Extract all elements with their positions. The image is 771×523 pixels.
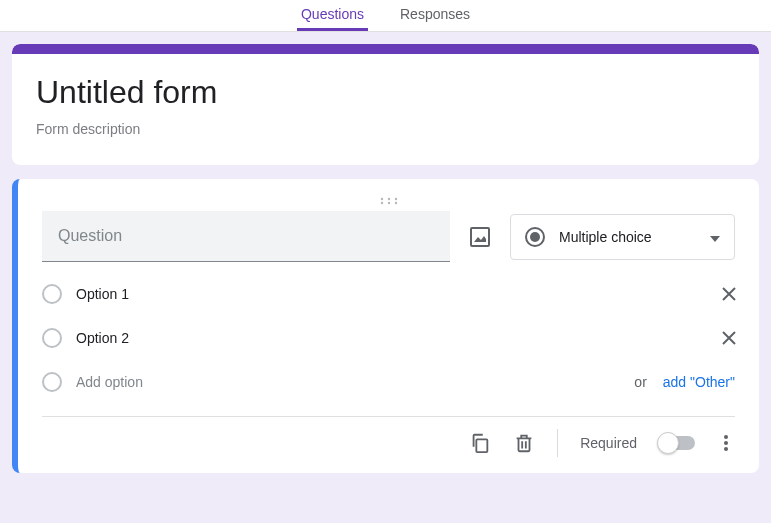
drag-handle[interactable] [42,197,735,205]
option-text[interactable]: Option 1 [76,286,705,302]
tab-responses[interactable]: Responses [396,0,474,31]
tabs-bar: Questions Responses [0,0,771,32]
add-option-text[interactable]: Add option [76,374,618,390]
trash-icon [513,432,535,454]
required-label: Required [580,435,637,451]
svg-point-3 [380,202,382,204]
or-text: or [634,374,646,390]
add-other-link[interactable]: add "Other" [663,374,735,390]
tab-questions[interactable]: Questions [297,0,368,31]
duplicate-button[interactable] [469,432,491,454]
svg-rect-7 [477,439,488,452]
svg-point-4 [387,202,389,204]
form-title[interactable]: Untitled form [36,74,735,111]
remove-option-button[interactable] [719,328,739,348]
remove-option-button[interactable] [719,284,739,304]
option-radio [42,372,62,392]
svg-point-5 [394,202,396,204]
header-accent-bar [12,44,759,54]
option-row: Option 2 [42,328,735,348]
svg-point-2 [394,198,396,200]
more-vert-icon [717,434,735,452]
delete-button[interactable] [513,432,535,454]
add-image-button[interactable] [468,225,492,249]
question-footer: Required [42,423,735,463]
svg-point-10 [724,447,728,451]
question-type-label: Multiple choice [559,229,696,245]
form-header-card: Untitled form Form description [12,44,759,165]
svg-rect-6 [471,228,489,246]
required-toggle[interactable] [659,436,695,450]
chevron-down-icon [710,229,720,245]
question-card: Multiple choice Option 1 Option 2 Add op… [12,179,759,473]
svg-point-0 [380,198,382,200]
close-icon [719,328,739,348]
option-radio [42,328,62,348]
divider [42,416,735,417]
option-radio [42,284,62,304]
add-option-row: Add option or add "Other" [42,372,735,392]
image-icon [468,225,492,249]
svg-point-9 [724,441,728,445]
copy-icon [469,432,491,454]
form-description[interactable]: Form description [36,121,735,137]
svg-point-8 [724,435,728,439]
more-options-button[interactable] [717,434,735,452]
svg-point-1 [387,198,389,200]
close-icon [719,284,739,304]
vertical-divider [557,429,558,457]
question-type-select[interactable]: Multiple choice [510,214,735,260]
radio-icon [525,227,545,247]
form-container: Untitled form Form description Multiple … [0,32,771,499]
option-text[interactable]: Option 2 [76,330,705,346]
question-input[interactable] [42,211,450,262]
option-row: Option 1 [42,284,735,304]
question-row: Multiple choice [42,211,735,262]
